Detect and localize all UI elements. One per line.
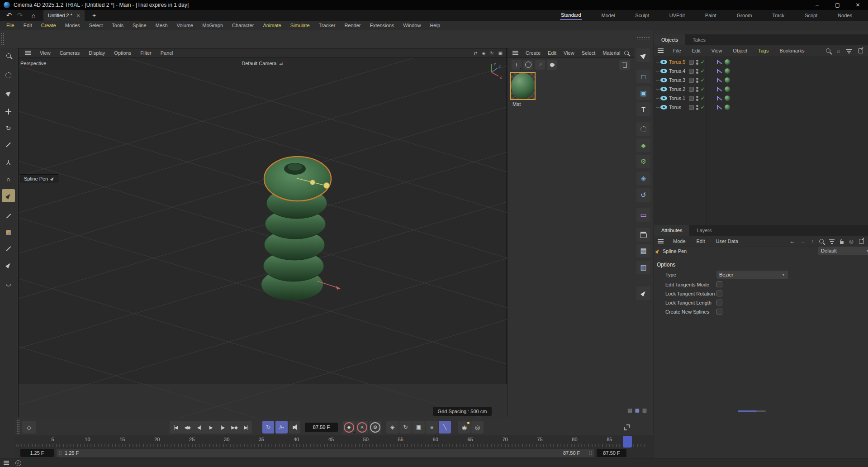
redo-button[interactable]: ↷ <box>14 11 25 20</box>
keyframe-button[interactable]: ◇ <box>22 421 36 434</box>
play-button[interactable]: ▶ <box>205 421 217 434</box>
toolbar-grip[interactable] <box>1 33 4 45</box>
layout-tab-track[interactable]: Track <box>771 11 785 19</box>
prev-frame-button[interactable]: ◀| <box>193 421 205 434</box>
am-forward-icon[interactable]: → <box>800 238 806 244</box>
deformer-icon[interactable]: ↺ <box>636 188 650 202</box>
minimize-button[interactable]: – <box>807 0 827 10</box>
autokey-button[interactable]: A <box>356 421 368 434</box>
viewport-menu-cameras[interactable]: Cameras <box>55 50 85 56</box>
strip-grip[interactable] <box>636 37 650 39</box>
detail-view-icon[interactable]: ▥ <box>642 407 647 413</box>
om-menu-bookmarks[interactable]: Bookmarks <box>774 48 809 53</box>
om-search-icon[interactable] <box>826 48 830 53</box>
menu-mograph[interactable]: MoGraph <box>198 23 228 28</box>
menu-character[interactable]: Character <box>228 23 258 28</box>
am-search-icon[interactable] <box>819 239 824 243</box>
new-material-button[interactable]: + <box>512 60 522 70</box>
visibility-dots-icon[interactable] <box>696 96 698 101</box>
enabled-check-icon[interactable]: ✓ <box>701 59 705 65</box>
layer-toggle-icon[interactable] <box>689 105 694 110</box>
preview-range-slider[interactable]: 1.25 F 87.50 F <box>57 449 594 457</box>
layout-tab-paint[interactable]: Paint <box>704 11 717 19</box>
am-menu-edit[interactable]: Edit <box>692 238 710 244</box>
enabled-check-icon[interactable]: ✓ <box>701 104 705 110</box>
am-up-icon[interactable]: ↑ <box>811 238 814 244</box>
menu-render[interactable]: Render <box>340 23 365 28</box>
view-label[interactable]: Perspective <box>20 61 46 66</box>
autokey-selection-button[interactable]: ╲ <box>439 421 451 434</box>
object-name[interactable]: Torus.5 <box>669 59 687 65</box>
phong-tag-icon[interactable] <box>717 60 722 64</box>
loop-playback-button[interactable]: ↻ <box>262 421 274 434</box>
keyframe-settings-button[interactable]: ⚙ <box>369 421 381 434</box>
om-popout-icon[interactable] <box>858 48 863 53</box>
phong-tag-icon[interactable] <box>717 87 722 91</box>
object-row-torus-2[interactable]: Torus.2✓ <box>654 85 868 94</box>
material-tag-icon[interactable] <box>725 95 730 101</box>
visibility-dots-icon[interactable] <box>696 78 698 83</box>
playhead[interactable] <box>623 436 632 448</box>
material-menu-icon[interactable] <box>512 52 518 53</box>
rotate-tool[interactable]: ↻ <box>2 121 15 134</box>
attribute-menu-icon[interactable] <box>658 241 664 242</box>
render-board-icon[interactable] <box>636 228 650 242</box>
range-right-handle[interactable] <box>589 450 592 456</box>
layout-tab-sculpt[interactable]: Sculpt <box>634 11 650 19</box>
next-frame-button[interactable]: |▶ <box>217 421 228 434</box>
material-thumbnail[interactable] <box>510 72 536 100</box>
material-sphere-button[interactable] <box>523 60 533 70</box>
menu-spline[interactable]: Spline <box>128 23 151 28</box>
grid-view-icon[interactable]: ▦ <box>635 407 639 413</box>
enabled-check-icon[interactable]: ✓ <box>701 95 705 101</box>
checkbox-lock-tangent-length[interactable] <box>716 300 722 305</box>
om-menu-tags[interactable]: Tags <box>753 48 773 53</box>
layout-tab-script[interactable]: Script <box>804 11 818 19</box>
menu-animate[interactable]: Animate <box>258 23 285 28</box>
menu-help[interactable]: Help <box>425 23 445 28</box>
goto-start-button[interactable]: |◀ <box>170 421 181 434</box>
om-menu-object[interactable]: Object <box>728 48 752 53</box>
zoom-tool[interactable] <box>2 49 15 62</box>
maximize-button[interactable]: ▢ <box>827 0 848 10</box>
list-view-icon[interactable]: ▤ <box>627 407 632 413</box>
home-icon[interactable]: ⌂ <box>28 11 39 20</box>
expand-timeline-button[interactable] <box>621 421 632 434</box>
material-tag-icon[interactable] <box>725 105 730 110</box>
spline-arc-tool[interactable]: ◡ <box>2 276 15 290</box>
viewport-menu-display[interactable]: Display <box>84 50 109 56</box>
layout-tab-model[interactable]: Model <box>601 11 616 19</box>
record-position-button[interactable]: ◈ <box>386 421 398 434</box>
object-row-torus-4[interactable]: Torus.4✓ <box>654 67 868 76</box>
pen-add-tool[interactable] <box>2 258 15 272</box>
torus-stack[interactable] <box>261 157 331 300</box>
volume-icon[interactable]: ◈ <box>636 172 650 185</box>
keyframe-selection-button[interactable]: ◉ <box>458 421 470 434</box>
layer-toggle-icon[interactable] <box>689 96 694 101</box>
am-popout-icon[interactable] <box>859 239 864 244</box>
tweak-tool[interactable] <box>2 226 15 239</box>
prev-key-button[interactable]: ◀◆ <box>181 421 193 434</box>
film-icon[interactable]: ▥ <box>636 261 650 274</box>
current-frame-field[interactable]: 87.50 F <box>305 423 338 432</box>
object-row-torus[interactable]: Torus✓ <box>654 103 868 112</box>
icon-size-slider[interactable] <box>738 409 766 413</box>
enabled-check-icon[interactable]: ✓ <box>701 68 705 74</box>
record-button[interactable]: ◆ <box>343 421 355 434</box>
status-menu-icon[interactable] <box>4 462 9 463</box>
live-selection-tool[interactable] <box>2 69 15 82</box>
am-target-icon[interactable]: ◎ <box>849 238 854 244</box>
sound-button[interactable] <box>289 421 300 434</box>
am-lock-icon[interactable] <box>840 239 844 244</box>
om-home-icon[interactable]: ⌂ <box>837 48 840 53</box>
object-row-torus-5[interactable]: Torus.5✓ <box>654 57 868 67</box>
viewport-menu-filter[interactable]: Filter <box>136 50 156 56</box>
menu-extensions[interactable]: Extensions <box>365 23 398 28</box>
visibility-dots-icon[interactable] <box>696 87 698 92</box>
menu-simulate[interactable]: Simulate <box>286 23 314 28</box>
rectangle-icon[interactable]: □ <box>636 70 650 83</box>
cube-icon[interactable]: ▣ <box>636 86 650 100</box>
tab-objects[interactable]: Objects <box>654 34 685 45</box>
scale-tool[interactable] <box>2 138 15 151</box>
simulation-gear-icon[interactable]: ⚙ <box>636 155 650 168</box>
